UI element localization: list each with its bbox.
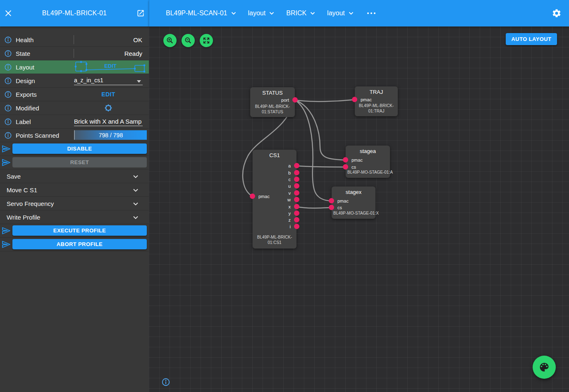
breadcrumb-item-scan[interactable]: BL49P-ML-SCAN-01 [166,10,237,17]
port-dot-cs1-i[interactable] [294,224,299,229]
port-dot-stagea-pmac[interactable] [343,157,348,163]
wire-status-stagea [295,100,346,160]
port-dot-cs1-a[interactable] [294,163,299,168]
open-in-new-icon[interactable] [132,5,149,22]
accordion-save[interactable]: Save [0,170,149,183]
close-icon[interactable] [0,5,17,22]
chevron-down-icon [309,10,316,17]
port-dot-cs1-v[interactable] [294,190,299,196]
node-stagea[interactable]: stagea pmac cs BL49P-MO-STAGE-01:A [346,146,390,178]
accordion-write-profile[interactable]: Write Profile [0,210,149,224]
port-dot-cs1-w[interactable] [294,197,299,202]
port-label-x: x [289,203,291,210]
port-dot-stagex-pmac[interactable] [329,198,334,203]
info-icon[interactable] [0,50,16,57]
label-label: Label [16,118,31,125]
info-icon[interactable] [0,104,16,112]
fit-view-button[interactable] [200,34,213,47]
info-icon[interactable] [0,36,16,44]
design-select[interactable]: a_z_in_cs1 [74,76,143,85]
chevron-down-icon [131,186,140,196]
row-layout: Layout EDIT [0,60,149,74]
port-label-cs: cs [337,204,342,211]
accordion-move-c-s1[interactable]: Move C S1 [0,183,149,197]
port-dot-traj-pmac[interactable] [352,97,357,102]
send-icon [0,239,12,249]
info-icon[interactable] [0,118,16,126]
node-status[interactable]: STATUS port BL49P-ML-BRICK-01:STATUS [250,87,295,117]
disable-button[interactable]: DISABLE [12,143,147,154]
info-icon[interactable] [0,63,16,71]
health-label: Health [16,36,33,43]
breadcrumb-item-layout-1[interactable]: layout [248,10,276,17]
zoom-out-button[interactable] [182,34,195,47]
port-label-y: y [289,210,291,217]
info-icon[interactable] [0,91,16,98]
port-dot-stagex-cs[interactable] [329,205,334,210]
port-dot-cs1-y[interactable] [294,210,299,216]
send-icon [0,226,12,236]
auto-layout-button[interactable]: AUTO LAYOUT [506,33,557,45]
exports-label: Exports [16,91,37,98]
breadcrumb-item-layout-2[interactable]: layout [327,10,355,17]
node-stagex[interactable]: stagex pmac cs BL49P-MO-STAGE-01:X [332,186,375,219]
row-abort-profile: ABORT PROFILE [0,238,149,251]
port-label-c: c [289,176,291,183]
row-label: Label [0,115,149,129]
reset-button[interactable]: RESET [12,157,147,167]
device-title: BL49P-ML-BRICK-01 [17,10,132,17]
row-reset: RESET [0,156,149,170]
layout-edit-widget[interactable]: EDIT [74,60,147,74]
chevron-down-icon [131,200,140,210]
port-dot-status-port[interactable] [292,97,298,103]
abort-profile-button[interactable]: ABORT PROFILE [12,239,147,249]
state-label: State [16,50,30,57]
node-title: TRAJ [355,89,398,95]
divider [74,49,74,58]
breadcrumb: BL49P-ML-SCAN-01 layout BRICK layout [149,10,375,17]
more-horizontal-icon[interactable] [367,12,375,14]
port-label-w: w [287,196,291,203]
info-icon[interactable] [161,378,170,388]
label-input[interactable] [74,117,143,126]
settings-gear-icon[interactable] [552,8,562,20]
port-dot-cs1-u[interactable] [294,183,299,189]
port-dot-stagea-cs[interactable] [343,164,348,170]
breadcrumb-item-brick[interactable]: BRICK [286,10,316,17]
node-address: BL49P-MO-STAGE-01:X [333,210,374,216]
design-label: Design [16,77,35,84]
node-title: CS1 [253,152,296,158]
node-traj[interactable]: TRAJ pmac BL49P-ML-BRICK-01:TRAJ [355,86,398,116]
row-points-scanned: Points Scanned 798 / 798 [0,129,149,142]
row-exports: Exports EDIT [0,88,149,101]
send-icon [0,144,12,154]
zoom-in-button[interactable] [163,34,177,47]
palette-icon [538,361,550,373]
sidebar-header: BL49P-ML-BRICK-01 [0,0,149,26]
exports-edit-button[interactable]: EDIT [74,88,143,101]
send-icon [0,158,12,167]
row-design: Design a_z_in_cs1 [0,74,149,88]
port-dot-cs1-z[interactable] [294,217,299,222]
accordion-label: Servo Frequency [7,200,54,207]
points-scanned-label: Points Scanned [16,132,59,139]
row-modified: Modified [0,101,149,115]
accordion-label: Write Profile [7,214,40,221]
chevron-down-icon [268,10,275,17]
node-address: BL49P-ML-BRICK-01:CS1 [254,234,295,245]
execute-profile-button[interactable]: EXECUTE PROFILE [12,225,147,236]
palette-button[interactable] [533,356,556,379]
layout-label: Layout [16,64,34,71]
port-dot-cs1-x[interactable] [294,204,299,209]
row-disable: DISABLE [0,142,149,156]
info-icon[interactable] [0,77,16,85]
accordion-servo-frequency[interactable]: Servo Frequency [0,197,149,210]
info-icon[interactable] [0,131,16,139]
port-dot-cs1-b[interactable] [294,170,299,175]
node-graph-canvas[interactable]: STATUS port BL49P-ML-BRICK-01:STATUS TRA… [149,26,569,392]
modified-label: Modified [16,105,39,112]
node-cs1[interactable]: CS1 pmac a b c u v w x y z i BL49P-ML-BR… [253,150,296,249]
port-dot-cs1-c[interactable] [294,177,299,182]
port-dot-cs1-pmac[interactable] [250,194,255,199]
chevron-down-icon [131,213,140,223]
